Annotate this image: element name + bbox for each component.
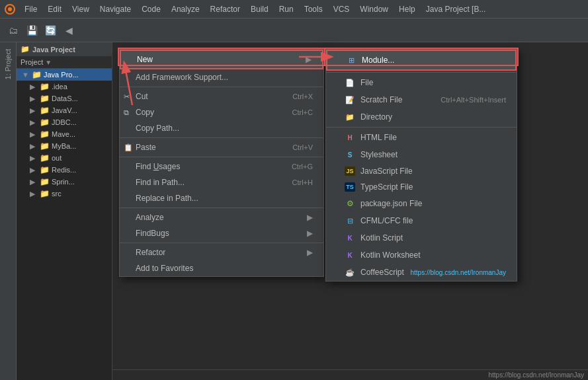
menu-item-label: HTML File [360,133,397,142]
js-icon: JS [345,167,355,176]
menu-item-label: Find Usages [136,162,180,171]
menu-item-label: Directory [360,112,392,122]
menu-analyze[interactable]: Analyze [167,3,204,15]
expand-icon: ▶ [30,130,38,139]
context-menu-find-in-path[interactable]: Find in Path... Ctrl+H [120,174,323,190]
submenu-scratch-file[interactable]: 📝 Scratch File Ctrl+Alt+Shift+Insert [326,91,517,108]
tree-item-myba[interactable]: ▶ 📁 MyBa... [17,140,112,152]
context-menu-add-framework[interactable]: Add Framework Support... [120,69,323,85]
menu-project[interactable]: Java Project [B... [421,3,491,15]
menu-item-label: Find in Path... [136,178,185,187]
menu-run[interactable]: Run [274,3,298,15]
tree-item-sprin[interactable]: ▶ 📁 Sprin... [17,176,112,188]
menu-item-label: TypeScript File [360,182,413,192]
submenu-stylesheet[interactable]: S Stylesheet [326,146,517,163]
menu-item-label: File [360,78,373,87]
file-icon: 📄 [345,77,355,88]
context-menu-new[interactable]: New ▶ [120,50,323,69]
save-button[interactable]: 💾 [24,22,40,38]
expand-icon: ▶ [30,178,38,186]
content-area: New ▶ Add Framework Support... ✂ Cut Ctr… [112,42,588,380]
tree-label: MyBa... [52,142,76,150]
menu-view[interactable]: View [67,3,94,15]
project-selector[interactable]: Project ▼ [17,56,112,69]
submenu-coffeescript[interactable]: ☕ CoffeeScript https://blog.csdn.net/Iro… [326,264,517,281]
paste-icon: 📋 [124,143,133,152]
project-panel: 📁 Java Project Project ▼ ▼ 📁 Java Pro...… [17,42,112,380]
submenu-file[interactable]: 📄 File [326,74,517,91]
tree-item-out[interactable]: ▶ 📁 out [17,152,112,164]
submenu-directory[interactable]: 📁 Directory [326,108,517,126]
main-area: 1: Project 📁 Java Project Project ▼ ▼ 📁 … [0,42,588,380]
expand-icon: ▶ [30,118,38,127]
tree-item-idea[interactable]: ▶ 📁 .idea [17,81,112,93]
tree-label: out [52,154,62,162]
menu-file[interactable]: File [20,3,42,15]
submenu-kotlin-script[interactable]: K Kotlin Script [326,229,517,247]
menu-item-label: Kotlin Worksheet [360,250,421,260]
tooltip-text: https://blog.csdn.net/IronmanJay [488,371,584,379]
context-menu-find-usages[interactable]: Find Usages Ctrl+G [120,159,323,174]
tree-label: DataS... [52,95,78,102]
submenu-html-file[interactable]: H HTML File [326,129,517,146]
menu-build[interactable]: Build [246,3,273,15]
context-menu-add-favorites[interactable]: Add to Favorites [120,260,323,276]
directory-icon: 📁 [345,112,355,122]
submenu-kotlin-worksheet[interactable]: K Kotlin Worksheet [326,247,517,264]
context-menu-copy[interactable]: ⧉ Copy Ctrl+C [120,104,323,120]
folder-icon: 📁 [40,82,50,91]
menu-refactor[interactable]: Refactor [206,3,245,15]
sidebar: 1: Project [0,42,17,380]
refresh-button[interactable]: 🔄 [42,22,58,38]
context-menu-analyze[interactable]: Analyze ▶ [120,209,323,225]
shortcut-label: Ctrl+V [276,143,313,151]
menu-help[interactable]: Help [394,3,420,15]
folder-icon: 📁 [40,94,50,103]
tree-label: JavaV... [52,106,77,114]
scissors-icon: ✂ [124,93,130,101]
submenu-javascript-file[interactable]: JS JavaScript File [326,163,517,179]
submenu-arrow-icon: ▶ [307,229,313,238]
menu-edit[interactable]: Edit [43,3,66,15]
folder-icon: 📁 [40,130,50,139]
folder-icon: 📁 [40,153,50,163]
tree-item-data[interactable]: ▶ 📁 DataS... [17,93,112,104]
svg-point-1 [8,7,12,11]
context-menu-cut[interactable]: ✂ Cut Ctrl+X [120,89,323,104]
tree-item-src[interactable]: ▶ 📁 src [17,188,112,200]
menu-vcs[interactable]: VCS [329,3,355,15]
menu-tools[interactable]: Tools [300,3,327,15]
tree-item-mave[interactable]: ▶ 📁 Mave... [17,128,112,140]
tree-item-jdbc[interactable]: ▶ 📁 JDBC... [17,116,112,128]
context-menu-findbugs[interactable]: FindBugs ▶ [120,225,323,241]
expand-icon: ▶ [30,83,38,91]
scratch-icon: 📝 [345,95,355,105]
folder-button[interactable]: 🗂 [5,22,21,38]
submenu-package-json[interactable]: ⚙ package.json File [326,195,517,212]
chevron-down-icon: ▼ [45,59,52,66]
project-tab[interactable]: 1: Project [2,45,14,83]
menu-navigate[interactable]: Navigate [95,3,136,15]
folder-icon: 📁 [40,141,50,151]
context-menu-refactor[interactable]: Refactor ▶ [120,245,323,260]
tree-item-javaproject[interactable]: ▼ 📁 Java Pro... [17,69,112,81]
menu-code[interactable]: Code [137,3,165,15]
menu-item-label: CoffeeScript [360,268,404,277]
tree-item-javav[interactable]: ▶ 📁 JavaV... [17,104,112,116]
module-icon: ⊞ [346,55,357,65]
separator [120,87,323,87]
context-menu-replace-in-path[interactable]: Replace in Path... [120,190,323,206]
separator [120,208,323,208]
menu-window[interactable]: Window [355,3,393,15]
tree-label: src [52,190,62,198]
submenu-typescript-file[interactable]: TS TypeScript File [326,179,517,195]
tooltip-link: https://blog.csdn.net/IronmanJay [410,269,506,276]
menu-item-label: FindBugs [136,229,169,238]
ts-icon: TS [345,182,355,192]
submenu-cfml[interactable]: ⊟ CFML/CFC file [326,212,517,229]
context-menu-copy-path[interactable]: Copy Path... [120,120,323,136]
tree-item-redis[interactable]: ▶ 📁 Redis... [17,164,112,176]
context-menu-paste[interactable]: 📋 Paste Ctrl+V [120,139,323,155]
submenu-module[interactable]: ⊞ Module... [326,50,517,71]
back-button[interactable]: ◀ [61,22,77,38]
